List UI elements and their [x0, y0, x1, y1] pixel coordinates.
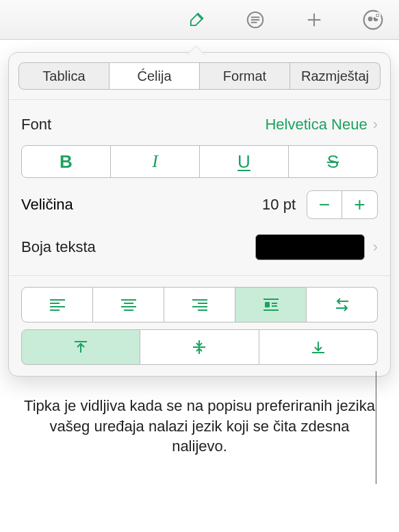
- align-left-button[interactable]: [21, 287, 93, 322]
- svg-rect-26: [265, 302, 270, 307]
- format-icon[interactable]: [243, 8, 268, 32]
- callout-line: [376, 371, 376, 484]
- text-direction-button[interactable]: [307, 287, 378, 322]
- text-style-group: B I U S: [21, 145, 378, 178]
- add-icon[interactable]: [302, 8, 326, 32]
- tab-layout[interactable]: Razmještaj: [290, 62, 381, 90]
- font-label: Font: [21, 116, 51, 134]
- size-row: Veličina 10 pt − +: [21, 190, 378, 219]
- chevron-right-icon: ›: [373, 116, 378, 134]
- bold-button[interactable]: B: [21, 145, 111, 178]
- horizontal-align-row: [21, 287, 378, 322]
- align-justify-button[interactable]: [235, 287, 307, 322]
- size-label: Veličina: [21, 196, 255, 214]
- italic-button[interactable]: I: [111, 145, 200, 178]
- font-row[interactable]: Font Helvetica Neue ›: [21, 111, 378, 138]
- align-center-button[interactable]: [93, 287, 164, 322]
- share-icon[interactable]: [361, 8, 385, 32]
- svg-point-7: [368, 16, 373, 21]
- underline-button[interactable]: U: [200, 145, 289, 178]
- strike-button[interactable]: S: [289, 145, 378, 178]
- decrease-size-button[interactable]: −: [307, 190, 342, 219]
- tab-bar: Tablica Ćelija Format Razmještaj: [9, 53, 390, 90]
- top-toolbar: [0, 0, 399, 40]
- align-bottom-button[interactable]: [259, 329, 378, 365]
- text-color-swatch[interactable]: [255, 234, 365, 260]
- size-stepper: − +: [307, 190, 378, 219]
- text-color-label: Boja teksta: [21, 238, 247, 256]
- alignment-section: [9, 275, 390, 376]
- brush-icon[interactable]: [184, 8, 209, 32]
- text-color-row[interactable]: Boja teksta ›: [21, 234, 378, 260]
- increase-size-button[interactable]: +: [342, 190, 378, 219]
- tab-table[interactable]: Tablica: [18, 62, 110, 90]
- align-top-button[interactable]: [21, 329, 140, 365]
- align-middle-button[interactable]: [140, 329, 259, 365]
- chevron-right-icon: ›: [373, 238, 378, 256]
- font-value: Helvetica Neue: [265, 116, 367, 134]
- popover-caret-inner: [188, 47, 204, 55]
- tab-format[interactable]: Format: [200, 62, 290, 90]
- vertical-align-row: [21, 329, 378, 365]
- size-value: 10 pt: [262, 196, 296, 214]
- format-popover: Tablica Ćelija Format Razmještaj Font He…: [8, 52, 391, 377]
- annotation-text: Tipka je vidljiva kada se na popisu pref…: [0, 396, 399, 457]
- tab-cell[interactable]: Ćelija: [110, 62, 200, 90]
- align-right-button[interactable]: [164, 287, 235, 322]
